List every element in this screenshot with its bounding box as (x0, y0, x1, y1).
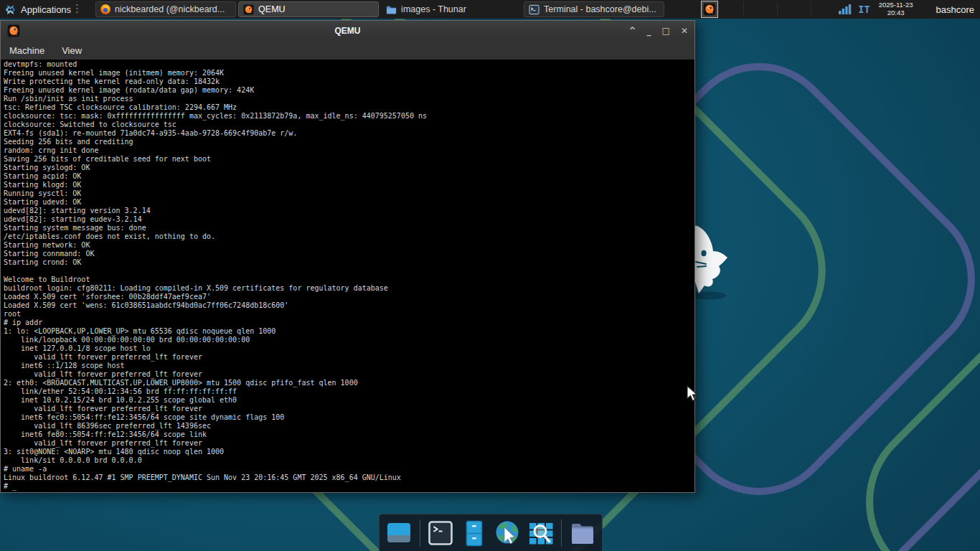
taskbar-button-label: Terminal - bashcore@debi... (544, 4, 659, 14)
clock-time: 20:43 (879, 9, 913, 17)
qemu-icon (703, 3, 716, 16)
taskbar-button-firefox[interactable]: nickbearded (@nickbeard... (95, 1, 236, 17)
guest-console[interactable]: devtmpfs: mounted Freeing unused kernel … (1, 60, 694, 492)
qemu-menubar: Machine View (1, 41, 694, 60)
qemu-tray-icon[interactable] (701, 1, 718, 18)
dock-web-browser-button[interactable] (493, 518, 522, 548)
network-signal-icon[interactable] (838, 4, 852, 15)
taskbar-button-label: nickbearded (@nickbeard... (115, 4, 231, 14)
window-taskbar: nickbearded (@nickbeard... QEMU images -… (95, 0, 666, 19)
applications-menu-button[interactable]: Applications (0, 0, 75, 19)
application-finder-icon (527, 519, 555, 547)
distro-logo-icon (4, 4, 17, 16)
tray-separator (743, 2, 744, 17)
web-browser-icon (493, 519, 522, 547)
dock (379, 514, 603, 551)
taskbar-button-label: QEMU (258, 4, 374, 14)
window-controls: ^ _ □ ✕ (629, 27, 688, 35)
maximize-button[interactable]: □ (662, 27, 670, 35)
file-cabinet-icon (460, 519, 489, 547)
show-desktop-icon (385, 519, 413, 547)
tray-separator (811, 2, 811, 17)
panel-grip-handle[interactable] (76, 4, 78, 14)
taskbar-button-thunar[interactable]: images - Thunar (381, 1, 522, 17)
menu-view[interactable]: View (62, 45, 82, 56)
panel-clock[interactable]: 2025-11-23 20:43 (879, 1, 913, 17)
dock-application-finder-button[interactable] (527, 518, 556, 548)
menu-machine[interactable]: Machine (9, 45, 44, 56)
qemu-titlebar[interactable]: QEMU ^ _ □ ✕ (1, 21, 694, 41)
terminal-output: devtmpfs: mounted Freeing unused kernel … (4, 60, 694, 491)
terminal-emulator-icon (426, 519, 455, 547)
system-tray: IT 2025-11-23 20:43 bashcore (701, 0, 980, 19)
close-button[interactable]: ✕ (681, 27, 688, 35)
tray-separator (777, 2, 778, 17)
dock-separator (561, 519, 562, 547)
minimize-button[interactable]: _ (647, 27, 651, 35)
qemu-window: QEMU ^ _ □ ✕ Machine View devtmpfs: moun… (0, 20, 695, 493)
taskbar-button-terminal[interactable]: Terminal - bashcore@debi... (524, 1, 664, 17)
shade-button[interactable]: ^ (629, 27, 636, 35)
terminal-icon (529, 4, 540, 15)
dock-folder-button[interactable] (567, 518, 597, 548)
mouse-cursor (687, 385, 697, 402)
dock-file-manager-button[interactable] (459, 518, 489, 548)
dock-separator (420, 519, 420, 547)
qemu-icon (243, 4, 254, 15)
taskbar-button-qemu[interactable]: QEMU (238, 1, 379, 17)
logged-in-user: bashcore (936, 4, 974, 15)
top-panel: Applications nickbearded (@nickbeard... … (0, 0, 980, 19)
dock-terminal-button[interactable] (426, 518, 456, 548)
taskbar-button-label: images - Thunar (401, 4, 517, 14)
keyboard-layout-indicator[interactable]: IT (858, 4, 870, 15)
folder-icon (386, 4, 397, 15)
applications-menu-label: Applications (21, 4, 71, 15)
file-folder-icon (568, 519, 597, 547)
window-title: QEMU (1, 26, 694, 36)
firefox-icon (100, 4, 110, 14)
dock-show-desktop-button[interactable] (385, 518, 414, 548)
